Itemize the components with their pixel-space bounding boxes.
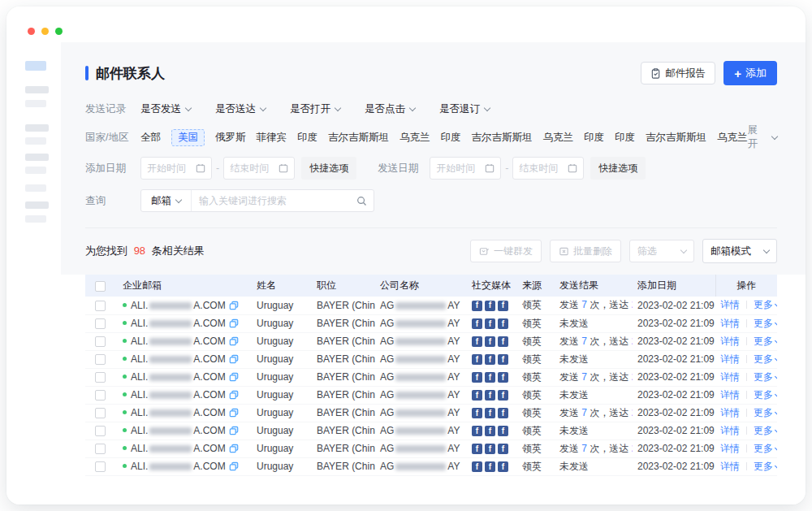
add-button[interactable]: + 添加 bbox=[723, 61, 777, 85]
row-checkbox[interactable] bbox=[95, 408, 106, 418]
expand-toggle[interactable]: 展开 bbox=[748, 123, 778, 151]
copy-icon[interactable] bbox=[229, 426, 239, 435]
select-all-checkbox[interactable] bbox=[95, 281, 106, 292]
copy-icon[interactable] bbox=[229, 461, 239, 471]
copy-icon[interactable] bbox=[229, 301, 239, 310]
send-date-end-input[interactable]: 结束时间 bbox=[512, 157, 584, 180]
bulk-send-button[interactable]: 一键群发 bbox=[470, 240, 542, 262]
facebook-icon[interactable] bbox=[498, 461, 508, 472]
detail-link[interactable]: 详情 bbox=[720, 318, 740, 329]
facebook-icon[interactable] bbox=[498, 426, 508, 436]
detail-link[interactable]: 详情 bbox=[720, 336, 740, 347]
country-option[interactable]: 乌克兰 bbox=[543, 131, 574, 145]
row-checkbox[interactable] bbox=[95, 354, 106, 365]
add-date-end-input[interactable]: 结束时间 bbox=[223, 157, 295, 180]
facebook-icon[interactable] bbox=[472, 408, 482, 418]
copy-icon[interactable] bbox=[229, 336, 239, 346]
facebook-icon[interactable] bbox=[485, 444, 495, 454]
row-checkbox[interactable] bbox=[95, 461, 106, 472]
add-date-start-input[interactable]: 开始时间 bbox=[140, 157, 212, 180]
facebook-icon[interactable] bbox=[498, 372, 508, 383]
country-option[interactable]: 乌克兰 bbox=[717, 131, 748, 145]
detail-link[interactable]: 详情 bbox=[720, 371, 740, 383]
filter-dropdown-2[interactable]: 是否打开 bbox=[290, 102, 340, 116]
facebook-icon[interactable] bbox=[485, 372, 495, 383]
add-date-quick-options-button[interactable]: 快捷选项 bbox=[301, 157, 356, 180]
facebook-icon[interactable] bbox=[498, 301, 508, 311]
copy-icon[interactable] bbox=[229, 408, 239, 418]
country-option[interactable]: 吉尔吉斯斯坦 bbox=[646, 131, 706, 145]
row-checkbox[interactable] bbox=[95, 301, 106, 311]
filter-dropdown-4[interactable]: 是否退订 bbox=[439, 102, 490, 116]
copy-icon[interactable] bbox=[229, 390, 239, 400]
country-option[interactable]: 菲律宾 bbox=[257, 131, 287, 145]
close-window-button[interactable] bbox=[28, 28, 35, 35]
bulk-delete-button[interactable]: 批量删除 bbox=[550, 240, 621, 262]
more-link[interactable]: 更多 bbox=[754, 353, 777, 365]
more-link[interactable]: 更多 bbox=[754, 389, 777, 401]
country-option[interactable]: 美国 bbox=[171, 129, 205, 146]
detail-link[interactable]: 详情 bbox=[720, 389, 740, 401]
facebook-icon[interactable] bbox=[485, 354, 495, 365]
detail-link[interactable]: 详情 bbox=[720, 443, 740, 454]
more-link[interactable]: 更多 bbox=[754, 425, 777, 436]
minimize-window-button[interactable] bbox=[41, 28, 49, 35]
filter-dropdown-1[interactable]: 是否送达 bbox=[215, 102, 266, 116]
facebook-icon[interactable] bbox=[498, 408, 508, 418]
zoom-window-button[interactable] bbox=[55, 28, 63, 35]
facebook-icon[interactable] bbox=[498, 354, 508, 365]
country-option[interactable]: 乌克兰 bbox=[400, 131, 430, 145]
facebook-icon[interactable] bbox=[485, 318, 495, 329]
country-option[interactable]: 印度 bbox=[615, 131, 635, 145]
country-option[interactable]: 全部 bbox=[140, 131, 161, 145]
search-type-select[interactable]: 邮箱 bbox=[141, 190, 192, 211]
country-option[interactable]: 印度 bbox=[297, 131, 317, 145]
row-checkbox[interactable] bbox=[95, 444, 106, 454]
facebook-icon[interactable] bbox=[485, 408, 495, 418]
more-link[interactable]: 更多 bbox=[754, 407, 777, 418]
search-icon[interactable] bbox=[356, 196, 367, 206]
facebook-icon[interactable] bbox=[498, 444, 508, 454]
copy-icon[interactable] bbox=[229, 444, 239, 453]
facebook-icon[interactable] bbox=[472, 390, 482, 401]
country-option[interactable]: 俄罗斯 bbox=[215, 131, 246, 145]
filter-select[interactable]: 筛选 bbox=[629, 240, 694, 262]
more-link[interactable]: 更多 bbox=[754, 461, 777, 472]
row-checkbox[interactable] bbox=[95, 390, 106, 401]
facebook-icon[interactable] bbox=[485, 301, 495, 311]
country-option[interactable]: 印度 bbox=[584, 131, 604, 145]
mail-report-button[interactable]: 邮件报告 bbox=[641, 62, 715, 84]
more-link[interactable]: 更多 bbox=[754, 299, 777, 310]
country-option[interactable]: 吉尔吉斯斯坦 bbox=[328, 131, 389, 145]
facebook-icon[interactable] bbox=[498, 318, 508, 329]
detail-link[interactable]: 详情 bbox=[720, 407, 740, 418]
copy-icon[interactable] bbox=[229, 354, 239, 364]
detail-link[interactable]: 详情 bbox=[720, 299, 740, 310]
facebook-icon[interactable] bbox=[485, 426, 495, 436]
facebook-icon[interactable] bbox=[485, 336, 495, 347]
country-option[interactable]: 吉尔吉斯斯坦 bbox=[472, 131, 533, 145]
copy-icon[interactable] bbox=[229, 372, 239, 382]
facebook-icon[interactable] bbox=[472, 461, 482, 472]
row-checkbox[interactable] bbox=[95, 426, 106, 436]
detail-link[interactable]: 详情 bbox=[720, 461, 740, 472]
send-date-quick-options-button[interactable]: 快捷选项 bbox=[590, 157, 646, 180]
facebook-icon[interactable] bbox=[472, 318, 482, 329]
country-option[interactable]: 印度 bbox=[441, 131, 461, 145]
facebook-icon[interactable] bbox=[498, 336, 508, 347]
facebook-icon[interactable] bbox=[472, 444, 482, 454]
facebook-icon[interactable] bbox=[472, 372, 482, 383]
facebook-icon[interactable] bbox=[472, 336, 482, 347]
search-input[interactable]: 输入关键词进行搜索 bbox=[192, 194, 356, 208]
detail-link[interactable]: 详情 bbox=[720, 425, 740, 436]
more-link[interactable]: 更多 bbox=[754, 318, 777, 329]
row-checkbox[interactable] bbox=[95, 318, 106, 329]
row-checkbox[interactable] bbox=[95, 336, 106, 347]
filter-dropdown-0[interactable]: 是否发送 bbox=[140, 102, 191, 116]
filter-dropdown-3[interactable]: 是否点击 bbox=[365, 102, 415, 116]
copy-icon[interactable] bbox=[229, 318, 239, 328]
facebook-icon[interactable] bbox=[472, 354, 482, 365]
facebook-icon[interactable] bbox=[472, 301, 482, 311]
mode-select[interactable]: 邮箱模式 bbox=[702, 239, 777, 263]
facebook-icon[interactable] bbox=[485, 390, 495, 401]
